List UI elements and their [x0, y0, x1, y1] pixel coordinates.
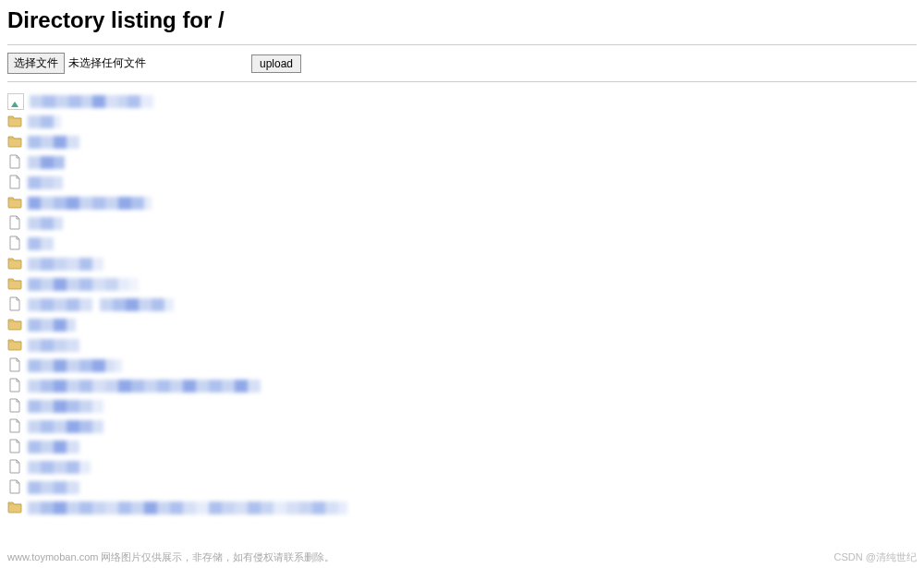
folder-icon — [7, 256, 22, 273]
page-title: Directory listing for / — [7, 7, 917, 33]
item-name-redacted — [28, 217, 63, 230]
file-icon — [7, 479, 22, 497]
item-name-redacted — [28, 481, 79, 494]
list-item[interactable] — [7, 437, 917, 457]
list-item[interactable] — [7, 213, 917, 234]
item-name-redacted — [28, 156, 65, 169]
item-name-redacted — [28, 176, 63, 189]
item-name-redacted — [28, 400, 103, 413]
list-item[interactable] — [7, 112, 917, 132]
file-icon — [7, 154, 22, 172]
item-name-redacted — [28, 319, 76, 332]
folder-icon — [7, 114, 22, 131]
folder-icon — [7, 276, 22, 294]
file-icon — [7, 236, 22, 253]
file-icon — [7, 175, 22, 192]
broken-icon — [7, 93, 24, 110]
upload-form: 选择文件 未选择任何文件 upload — [7, 49, 917, 78]
upload-button[interactable]: upload — [251, 54, 301, 73]
file-icon — [7, 398, 22, 416]
list-item[interactable] — [7, 254, 917, 274]
file-icon — [7, 296, 22, 314]
list-item[interactable] — [7, 315, 917, 335]
list-item[interactable] — [7, 396, 917, 417]
file-status-text: 未选择任何文件 — [68, 55, 146, 71]
list-item[interactable] — [7, 132, 917, 152]
file-icon — [7, 459, 22, 477]
item-name-redacted — [28, 237, 54, 250]
list-item[interactable] — [7, 457, 917, 477]
list-item[interactable] — [7, 173, 917, 193]
file-icon — [7, 215, 22, 233]
folder-icon — [7, 195, 22, 212]
list-item[interactable] — [7, 356, 917, 376]
item-name-redacted — [28, 502, 347, 514]
item-name-redacted — [28, 420, 103, 433]
item-name-redacted — [28, 380, 261, 393]
choose-file-button[interactable]: 选择文件 — [7, 53, 65, 74]
file-icon — [7, 439, 22, 456]
item-name-redacted — [28, 115, 61, 128]
list-item[interactable] — [7, 193, 917, 213]
list-item[interactable] — [7, 295, 917, 315]
item-name-redacted — [28, 461, 91, 474]
file-icon — [7, 418, 22, 436]
item-name-redacted — [28, 278, 139, 291]
list-item[interactable] — [7, 498, 917, 518]
file-icon — [7, 378, 22, 395]
divider — [7, 81, 917, 82]
folder-icon — [7, 134, 22, 151]
folder-icon — [7, 337, 22, 355]
item-name-redacted — [28, 258, 103, 271]
list-item[interactable] — [7, 477, 917, 498]
folder-icon — [7, 317, 22, 334]
list-item[interactable] — [7, 335, 917, 356]
item-name-redacted — [28, 339, 79, 352]
item-name-redacted — [28, 359, 122, 372]
list-item[interactable] — [7, 274, 917, 295]
item-name-redacted — [28, 441, 79, 453]
item-name-redacted — [28, 136, 79, 149]
directory-listing — [7, 86, 917, 518]
list-item[interactable] — [7, 152, 917, 173]
item-name-redacted — [28, 298, 174, 311]
folder-icon — [7, 500, 22, 517]
file-icon — [7, 357, 22, 375]
list-item[interactable] — [7, 417, 917, 437]
divider — [7, 44, 917, 45]
list-item[interactable] — [7, 376, 917, 396]
list-item[interactable] — [7, 91, 917, 112]
item-name-redacted — [28, 197, 152, 210]
list-item[interactable] — [7, 234, 917, 254]
item-name-redacted — [30, 95, 153, 108]
